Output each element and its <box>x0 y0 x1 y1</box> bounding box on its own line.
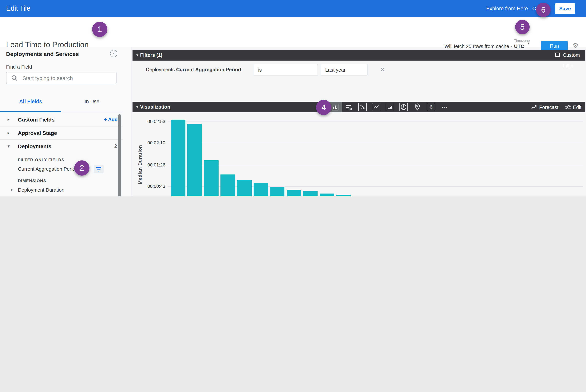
sidebar-group-approval-stage[interactable]: ▸ Approval Stage <box>0 126 123 140</box>
chart-bar[interactable] <box>254 183 268 196</box>
sliders-icon <box>565 104 571 110</box>
query-status-text: Will fetch 25 rows from cache · <box>445 44 512 49</box>
caret-icon: ▸ <box>7 126 9 140</box>
filter-operator-input[interactable] <box>254 64 318 76</box>
search-icon <box>11 75 18 82</box>
filter-value-input[interactable] <box>321 64 367 76</box>
search-input[interactable] <box>22 72 113 84</box>
y-axis-label: Median Duration <box>137 145 143 184</box>
scatter-icon <box>358 103 367 111</box>
pie-chart-icon <box>399 103 408 111</box>
run-button[interactable]: Run <box>541 41 568 51</box>
viz-type-bar-chart-icon[interactable] <box>342 102 356 112</box>
filter-by-field-icon[interactable] <box>94 164 103 173</box>
annotation-badge-4: 4 <box>316 100 331 115</box>
filter-field-label: Deployments Current Aggregation Period <box>146 64 241 76</box>
forecast-icon <box>531 104 537 110</box>
window-title: Edit Tile <box>6 0 30 17</box>
viz-type-single-value-icon[interactable]: 6 <box>424 102 438 112</box>
annotation-badge-2: 2 <box>74 160 89 176</box>
y-axis-tick: 00:02:53 <box>142 119 165 124</box>
caret-icon: ▸ <box>11 185 13 195</box>
field-picker-sidebar: Deployments and Services ‹ Find a Field … <box>0 47 131 196</box>
sidebar-group-deployments[interactable]: ▾ Deployments2 <box>0 140 123 153</box>
sidebar-scrollbar[interactable] <box>118 114 121 196</box>
column-chart-icon <box>332 104 339 110</box>
y-axis-tick: 00:00:43 <box>142 184 165 189</box>
add-custom-field-button[interactable]: + Add <box>104 113 118 126</box>
chart-bar[interactable] <box>171 120 185 196</box>
field-tabs: All Fields In Use <box>0 92 123 112</box>
timezone-value: UTC <box>514 44 524 49</box>
line-chart-icon <box>372 103 380 111</box>
chart-bar[interactable] <box>237 180 251 196</box>
gridline <box>167 165 583 165</box>
field-count: 2 <box>114 140 117 153</box>
field-item-deployment-duration[interactable]: ▸Deployment Duration <box>0 185 123 195</box>
tab-all-fields[interactable]: All Fields <box>0 92 61 111</box>
sidebar-group-custom-fields[interactable]: ▸ Custom Fields+ Add <box>0 113 123 126</box>
save-button[interactable]: Save <box>555 3 575 14</box>
visualization-section-bar[interactable]: ▼ Visualization 6••• Forecast Edit <box>132 102 585 112</box>
field-item-current-aggregation-period[interactable]: Current Aggregation Period <box>0 164 123 174</box>
field-item-end-time[interactable]: ▸End Time <box>0 195 123 196</box>
remove-filter-icon close-icon[interactable]: ✕ <box>380 66 385 73</box>
collapse-caret-icon: ▼ <box>135 102 139 112</box>
svg-text:6: 6 <box>430 104 432 110</box>
chart-bar[interactable] <box>336 195 351 196</box>
find-a-field-label: Find a Field <box>6 64 32 70</box>
annotation-badge-5: 5 <box>515 20 530 34</box>
y-axis-tick: 00:01:26 <box>142 162 165 168</box>
custom-filter-label: Custom Filter <box>563 50 585 71</box>
filters-header: Filters (1) <box>140 50 162 60</box>
viz-type-line-chart-icon[interactable] <box>369 102 383 112</box>
filters-section-bar[interactable]: ▼ Filters (1) Custom Filter <box>132 50 585 60</box>
collapse-panel-icon[interactable]: ‹ <box>110 50 117 57</box>
bar-chart-icon <box>345 104 352 110</box>
viz-type-scatter-icon[interactable] <box>356 102 369 112</box>
viz-type-pie-chart-icon[interactable] <box>397 102 411 112</box>
caret-icon: ▸ <box>11 195 13 196</box>
top-app-bar: Edit Tile Explore from Here Cancel Save <box>0 0 586 17</box>
chevron-down-icon: ▾ <box>528 41 530 45</box>
chart-bar[interactable] <box>270 187 285 196</box>
caret-icon: ▸ <box>7 113 9 126</box>
explore-title: Deployments and Services <box>6 51 79 57</box>
viz-type-area-chart-icon[interactable] <box>383 102 397 112</box>
field-search-box[interactable] <box>6 72 116 84</box>
annotation-badge-6: 6 <box>536 3 551 17</box>
single-value-icon: 6 <box>427 103 435 111</box>
chart-bar[interactable] <box>187 124 202 196</box>
collapse-caret-icon: ▼ <box>135 50 139 60</box>
area-chart-icon <box>386 103 394 111</box>
tab-in-use[interactable]: In Use <box>61 92 123 111</box>
chart-bar[interactable] <box>320 194 334 196</box>
explore-from-here-link[interactable]: Explore from Here <box>486 0 528 17</box>
tile-header: Lead Time to Production Will fetch 25 ro… <box>0 17 586 47</box>
section-header: DIMENSIONS <box>0 174 123 185</box>
gridline <box>167 122 583 122</box>
viz-type-more-icon[interactable]: ••• <box>438 102 452 112</box>
forecast-button[interactable]: Forecast <box>531 104 559 110</box>
viz-type-map-pin-icon[interactable] <box>411 102 424 112</box>
custom-filter-checkbox[interactable] <box>555 52 560 57</box>
caret-icon: ▾ <box>7 140 9 153</box>
active-tab-indicator <box>0 111 61 112</box>
chart-bar[interactable] <box>220 174 235 196</box>
edit-tile-window: Edit Tile Explore from Here Cancel Save … <box>0 0 586 196</box>
map-pin-icon <box>414 103 420 111</box>
chart-bar[interactable] <box>287 190 301 196</box>
edit-viz-button[interactable]: Edit <box>565 104 582 110</box>
section-header: FILTER-ONLY FIELDS <box>0 153 123 164</box>
more-icon: ••• <box>442 104 448 110</box>
annotation-badge-1: 1 <box>92 22 107 37</box>
gear-icon[interactable]: ⚙ <box>573 42 579 50</box>
gridline <box>167 143 583 143</box>
chart-bar[interactable] <box>204 160 218 196</box>
chart-bar[interactable] <box>303 191 318 196</box>
y-axis-tick: 00:02:10 <box>142 140 165 146</box>
visualization-header: Visualization <box>140 102 170 112</box>
